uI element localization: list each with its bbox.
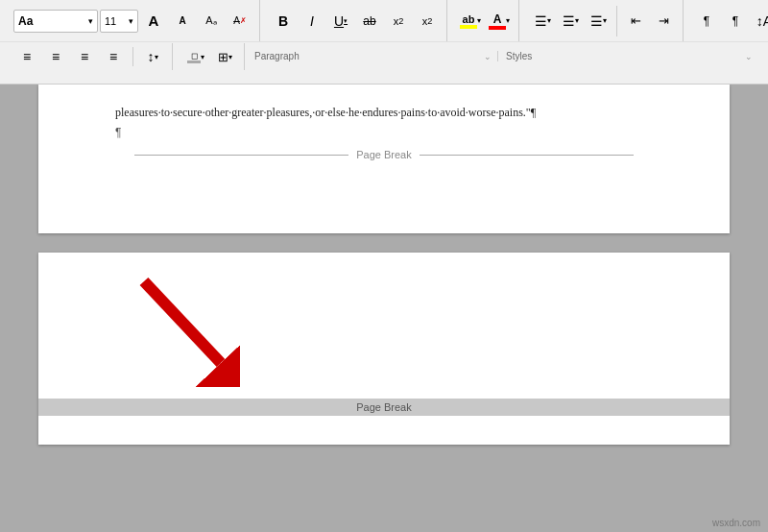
- font-dropdown-arrow: ▾: [88, 16, 93, 26]
- styles-expand-icon[interactable]: ⌄: [745, 52, 753, 61]
- numbered-button[interactable]: ☰▾: [557, 9, 584, 34]
- document-area: pleasures·to·secure·other·greater·pleasu…: [0, 85, 768, 516]
- shading-button[interactable]: ◻ ▾: [182, 46, 209, 67]
- page-break-bar-2: Page Break: [38, 399, 730, 416]
- rtl-button[interactable]: ¶: [722, 9, 749, 34]
- page-break-bar-label: Page Break: [350, 401, 417, 413]
- font-name-label: Aa: [18, 14, 33, 28]
- highlight-letter: ab: [463, 13, 475, 25]
- shrink-font-button[interactable]: A: [169, 9, 196, 34]
- paragraph-expand-icon[interactable]: ⌄: [484, 52, 492, 61]
- borders-button[interactable]: ⊞▾: [211, 46, 238, 67]
- clear-format-icon: A: [233, 15, 240, 26]
- bullets-arrow: ▾: [547, 16, 551, 25]
- toolbar-row2: ≡ ≡ ≡ ≡ ↕▾ ◻ ▾ ⊞▾ Paragraph ⌄: [0, 42, 768, 71]
- shading-letter: ◻: [191, 51, 198, 60]
- font-color-letter: A: [493, 12, 502, 26]
- page-break-1-container: Page Break: [115, 149, 653, 160]
- align-section: ≡ ≡ ≡ ≡ ↕▾: [8, 43, 173, 70]
- bold-button[interactable]: B: [270, 9, 297, 34]
- highlight-button[interactable]: ab ▾: [457, 9, 484, 34]
- indent-increase-button[interactable]: ⇥: [650, 9, 677, 34]
- paragraph-text-label: Paragraph: [254, 51, 300, 61]
- line-spacing-button[interactable]: ↕▾: [139, 46, 166, 67]
- justify-button[interactable]: ≡: [100, 46, 127, 67]
- font-section: Aa ▾ 11 ▾ A A Aₐ A ✗: [8, 0, 260, 41]
- shading-arrow: ▾: [201, 53, 204, 61]
- align-right-button[interactable]: ≡: [71, 46, 98, 67]
- line-spacing-arrow: ▾: [155, 53, 158, 61]
- page-break-line-1: Page Break: [134, 149, 634, 160]
- styles-text-label: Styles: [506, 51, 532, 61]
- align-divider: [132, 47, 133, 66]
- character-format-section: B I U▾ ab x2 x2: [264, 0, 447, 41]
- change-case-button[interactable]: Aₐ: [198, 9, 225, 34]
- highlight-arrow[interactable]: ▾: [477, 16, 481, 25]
- italic-button[interactable]: I: [299, 9, 325, 34]
- bullets-button[interactable]: ☰▾: [529, 9, 556, 34]
- page-2: Page Break: [38, 253, 730, 445]
- multilevel-button[interactable]: ☰▾: [585, 9, 612, 34]
- list-divider: [616, 6, 617, 36]
- ltr-button[interactable]: ¶: [693, 9, 720, 34]
- paragraph-label: Paragraph ⌄: [249, 51, 498, 61]
- font-size-dropdown[interactable]: 11 ▾: [100, 10, 138, 33]
- multilevel-arrow: ▾: [603, 16, 607, 25]
- strikethrough-button[interactable]: ab: [356, 9, 383, 34]
- pilcrow-mark: ¶: [115, 126, 653, 139]
- grow-font-button[interactable]: A: [140, 9, 167, 34]
- clear-format-button[interactable]: A ✗: [227, 9, 253, 34]
- align-left-button[interactable]: ≡: [13, 46, 40, 67]
- superscript-button[interactable]: x2: [414, 9, 441, 34]
- shading-color-bar: [187, 60, 201, 63]
- section-labels: Paragraph ⌄ Styles ⌄: [249, 51, 760, 62]
- sort-button[interactable]: ↕A: [751, 9, 768, 34]
- shading-section: ◻ ▾ ⊞▾: [177, 43, 245, 70]
- styles-label-area: Styles ⌄: [498, 51, 760, 61]
- toolbar-row1: Aa ▾ 11 ▾ A A Aₐ A ✗ B I U▾ ab x2 x2: [0, 0, 768, 42]
- page-1: pleasures·to·secure·other·greater·pleasu…: [38, 85, 730, 233]
- toolbar: Aa ▾ 11 ▾ A A Aₐ A ✗ B I U▾ ab x2 x2: [0, 0, 768, 85]
- font-size-value: 11: [105, 15, 116, 27]
- page-break-label-1: Page Break: [348, 149, 419, 160]
- shading-icon: ◻: [187, 51, 201, 63]
- numbered-arrow: ▾: [575, 16, 579, 25]
- font-color-bar: [489, 26, 506, 30]
- highlight-icon-group: ab: [460, 13, 477, 29]
- font-color-button[interactable]: A ▾: [486, 9, 513, 34]
- watermark: wsxdn.com: [712, 518, 760, 528]
- align-center-button[interactable]: ≡: [42, 46, 69, 67]
- subscript-button[interactable]: x2: [385, 9, 412, 34]
- highlight-section: ab ▾ A ▾: [451, 0, 519, 41]
- list-section: ☰▾ ☰▾ ☰▾ ⇤ ⇥: [523, 0, 684, 41]
- font-color-arrow[interactable]: ▾: [506, 16, 510, 25]
- underline-dropdown-arrow: ▾: [344, 17, 348, 25]
- highlight-color-bar: [460, 25, 477, 29]
- page-content-text: pleasures·to·secure·other·greater·pleasu…: [115, 104, 653, 122]
- sort-section: ¶ ¶ ↕A ¶: [687, 0, 768, 41]
- underline-button[interactable]: U▾: [327, 9, 354, 34]
- indent-decrease-button[interactable]: ⇤: [622, 9, 649, 34]
- eraser-icon: ✗: [240, 16, 247, 25]
- page-separator: [0, 233, 768, 253]
- font-color-icon-group: A: [489, 12, 506, 30]
- font-size-arrow: ▾: [129, 16, 133, 26]
- arrow-line: [144, 281, 221, 363]
- font-family-dropdown[interactable]: Aa ▾: [13, 10, 98, 33]
- red-arrow-svg: [115, 272, 240, 387]
- borders-arrow: ▾: [228, 53, 232, 61]
- red-arrow-container: [115, 272, 240, 368]
